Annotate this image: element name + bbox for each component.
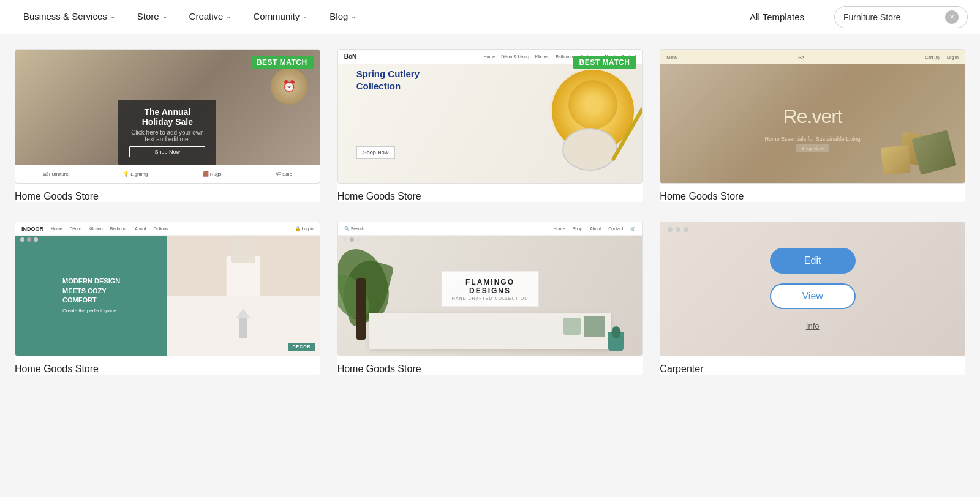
thumb-main-text: MODERN DESIGNMEETS COZYCOMFORTCreate the…	[62, 277, 120, 314]
template-card[interactable]: INDOOR Home Décor Kitchen Bedroom About …	[15, 222, 320, 375]
thumb-hero-btn: Shop Now	[129, 146, 205, 157]
thumb-nav-item: Décor	[70, 226, 81, 231]
thumb-hero-subtitle: Click here to add your own text and edit…	[129, 129, 205, 143]
category-item: 🟫 Rugs	[203, 171, 222, 177]
chevron-down-icon: ⌄	[351, 13, 356, 20]
card-label: Carpenter	[660, 364, 965, 375]
thumb-nav-item: Kitchen	[88, 226, 102, 231]
thumb-nav-dots	[668, 227, 688, 232]
nav-label-community: Community	[253, 11, 300, 21]
thumb-nav-bar: 🔍 Search Home Shop About Contact 🛒	[338, 222, 643, 236]
card-thumbnail: Menu RA Cart (0) Log in Re.vert Home Ess…	[660, 49, 965, 184]
chevron-down-icon: ⌄	[162, 13, 167, 20]
card-thumbnail: Edit View Info	[660, 222, 965, 356]
best-match-badge: BEST MATCH	[251, 56, 314, 69]
thumb-hero-title: Re.vert	[783, 105, 842, 128]
thumb-plant-pot	[608, 332, 624, 351]
thumb-hero-sub: Home Essentials for Sustainable LivingSh…	[765, 136, 861, 152]
thumb-nav-item: 🔍 Search	[344, 226, 364, 231]
card-label: Home Goods Store	[337, 191, 643, 202]
thumb-nav-item: Shop	[573, 226, 582, 231]
category-item: 💡 Lighting	[123, 171, 148, 177]
thumb-nav-item: Bathroom	[556, 54, 574, 59]
thumb-nav-item: Bedroom	[110, 226, 127, 231]
thumb-hover-actions: Edit View Info	[770, 248, 856, 331]
thumb-nav-item: Contact	[608, 226, 623, 231]
nav-label-creative: Creative	[189, 11, 224, 21]
search-clear-button[interactable]: ×	[945, 10, 959, 24]
thumb-main-section: MODERN DESIGNMEETS COZYCOMFORTCreate the…	[15, 236, 167, 356]
thumb-nav-item: 🛒	[630, 226, 636, 231]
thumb-shop-btn: Shop Now	[356, 146, 396, 159]
card-thumbnail: INDOOR Home Décor Kitchen Bedroom About …	[15, 222, 320, 356]
category-item: 🛋 Furniture	[43, 171, 69, 177]
card-label: Home Goods Store	[15, 191, 320, 202]
view-button[interactable]: View	[770, 283, 856, 309]
thumb-badge-title: FLAMINGO	[452, 278, 529, 286]
nav-label-store: Store	[137, 11, 159, 21]
search-box[interactable]: ×	[834, 6, 968, 28]
thumb-nav-bar: Menu RA Cart (0) Log in	[660, 50, 965, 64]
dot-icon	[676, 227, 680, 232]
thumb-sofa	[369, 313, 612, 349]
thumb-chair-section	[167, 236, 319, 296]
thumb-nav-item: 🔒 Log in	[295, 226, 314, 231]
thumb-categories: 🛋 Furniture 💡 Lighting 🟫 Rugs 🏷 Sale	[15, 165, 320, 183]
dot-icon	[684, 227, 688, 232]
thumb-hero-card: The Annual Holiday Sale Click here to ad…	[118, 100, 216, 165]
template-card[interactable]: BöN Home Décor & Living Kitchen Bathroom…	[337, 49, 643, 202]
nav-left: Business & Services ⌄ Store ⌄ Creative ⌄…	[12, 0, 737, 34]
thumb-nav-item: Log in	[947, 55, 959, 59]
search-input[interactable]	[843, 12, 941, 22]
template-grid: After.noon Shop All Furniture Lighting R…	[15, 49, 965, 375]
thumb-logo: RA	[798, 55, 804, 59]
thumb-brand-badge: FLAMINGO DESIGNS HAND CRAFTED COLLECTION	[442, 271, 539, 307]
template-card[interactable]: 🔍 Search Home Shop About Contact 🛒	[337, 222, 643, 375]
thumb-nav-item: Home	[51, 226, 62, 231]
chevron-down-icon: ⌄	[303, 13, 307, 20]
card-label: Home Goods Store	[660, 191, 965, 202]
info-link[interactable]: Info	[806, 321, 820, 331]
thumb-nav-item: Cart (0)	[925, 55, 940, 59]
category-item: 🏷 Sale	[276, 171, 292, 177]
template-card[interactable]: Edit View Info Carpenter	[660, 222, 965, 375]
edit-button[interactable]: Edit	[770, 248, 856, 274]
dot-icon	[668, 227, 673, 232]
thumb-logo: INDOOR	[21, 226, 43, 232]
thumb-nav-item: Décor & Living	[501, 54, 529, 59]
nav-item-blog[interactable]: Blog ⌄	[318, 0, 367, 34]
thumb-hero-title: The Annual Holiday Sale	[129, 107, 205, 127]
thumb-nav-item: Options	[153, 226, 168, 231]
thumb-nav-bar: INDOOR Home Décor Kitchen Bedroom About …	[15, 222, 320, 236]
all-templates-label: All Templates	[750, 12, 804, 22]
nav-item-creative[interactable]: Creative ⌄	[178, 0, 243, 34]
chevron-down-icon: ⌄	[110, 13, 115, 20]
nav-item-business-services[interactable]: Business & Services ⌄	[12, 0, 126, 34]
card-thumbnail: After.noon Shop All Furniture Lighting R…	[15, 49, 320, 184]
nav-label-blog: Blog	[330, 11, 348, 21]
thumb-hero-text: Spring CutleryCollection	[356, 68, 420, 92]
template-card[interactable]: After.noon Shop All Furniture Lighting R…	[15, 49, 320, 202]
thumb-nav-item: Home	[554, 226, 565, 231]
nav-item-store[interactable]: Store ⌄	[126, 0, 178, 34]
thumb-logo: BöN	[344, 53, 357, 60]
card-thumbnail: 🔍 Search Home Shop About Contact 🛒	[337, 222, 643, 356]
nav-item-community[interactable]: Community ⌄	[242, 0, 318, 34]
best-match-badge: BEST MATCH	[573, 56, 636, 69]
thumb-lamp-section: DECOR	[167, 296, 319, 356]
nav-label-business-services: Business & Services	[23, 11, 107, 21]
thumb-nav-item: Menu	[666, 55, 677, 59]
thumb-nav-item: About	[590, 226, 601, 231]
nav-divider	[823, 9, 823, 26]
template-card[interactable]: Menu RA Cart (0) Log in Re.vert Home Ess…	[660, 49, 965, 202]
chevron-down-icon: ⌄	[226, 13, 231, 20]
nav-all-templates[interactable]: All Templates	[737, 0, 816, 34]
thumb-nav-item: About	[135, 226, 146, 231]
thumb-badge-subtitle: HAND CRAFTED COLLECTION	[452, 296, 529, 301]
card-thumbnail: BöN Home Décor & Living Kitchen Bathroom…	[337, 49, 643, 184]
thumb-nav-item: Kitchen	[535, 54, 549, 59]
thumb-hero: MODERN DESIGNMEETS COZYCOMFORTCreate the…	[15, 236, 320, 356]
navigation-bar: Business & Services ⌄ Store ⌄ Creative ⌄…	[0, 0, 980, 34]
nav-right: All Templates ×	[737, 0, 968, 34]
card-label: Home Goods Store	[15, 364, 320, 375]
